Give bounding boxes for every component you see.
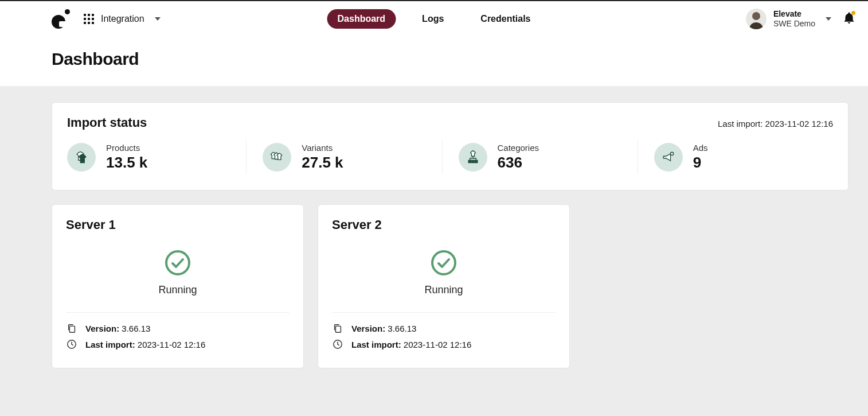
app-name: Integration [101,14,144,24]
server-1-last-import-row: Last import: 2023-11-02 12:16 [66,339,290,349]
svg-rect-7 [69,326,75,332]
import-status-card: Import status Last import: 2023-11-02 12… [52,102,849,190]
svg-rect-2 [471,160,474,162]
server-card-2: Server 2 Running Version: 3.66.13 Last i… [318,204,570,368]
server-2-version-row: Version: 3.66.13 [332,323,556,333]
svg-rect-3 [475,160,477,162]
server-2-title: Server 2 [332,217,556,232]
apps-grid-icon [84,14,94,24]
top-nav: Dashboard Logs Credentials [327,9,541,29]
servers-row: Server 1 Running Version: 3.66.13 Last i… [52,204,849,368]
products-icon [67,143,96,172]
divider [66,312,290,313]
server-card-1: Server 1 Running Version: 3.66.13 Last i… [52,204,304,368]
server-2-version-label: Version: [351,324,385,333]
page-header: Dashboard [0,37,868,86]
copy-icon [332,323,343,333]
user-menu[interactable]: Elevate SWE Demo [746,9,831,29]
clock-icon [66,339,77,349]
brand-logo[interactable] [52,9,71,29]
stat-variants: Variants 27.5 k [246,141,441,174]
last-import-value: 2023-11-02 12:16 [765,119,833,129]
nav-credentials[interactable]: Credentials [470,9,541,29]
stat-ads-value: 9 [693,154,708,172]
ads-icon: ! [654,143,683,172]
divider [332,312,556,313]
nav-logs[interactable]: Logs [412,9,454,29]
stat-products-value: 13.5 k [106,154,147,172]
content-area: Import status Last import: 2023-11-02 12… [0,86,868,416]
server-1-version-row: Version: 3.66.13 [66,323,290,333]
stat-variants-label: Variants [302,143,343,153]
user-line2: SWE Demo [773,19,815,29]
top-bar-left: Integration [52,9,161,29]
server-2-last-import-value: 2023-11-02 12:16 [404,340,471,349]
stat-categories: Categories 636 [442,141,638,174]
server-1-version-label: Version: [85,324,119,333]
server-1-status: Running [66,250,290,296]
variants-icon [263,143,291,172]
app-switcher[interactable]: Integration [84,14,161,24]
top-bar-right: Elevate SWE Demo [746,9,854,29]
chevron-down-icon [155,17,161,21]
stat-ads-label: Ads [693,143,708,153]
svg-point-6 [166,251,189,274]
stat-ads: ! Ads 9 [638,141,833,174]
chevron-down-icon [826,17,831,21]
svg-rect-10 [335,326,341,332]
last-import-label: Last import: [718,119,763,129]
server-2-version-value: 3.66.13 [388,324,416,333]
stat-products: Products 13.5 k [67,141,246,174]
clock-icon [332,339,343,349]
svg-rect-1 [468,160,471,162]
notifications-button[interactable] [844,12,854,26]
user-line1: Elevate [773,9,815,19]
server-1-title: Server 1 [66,217,290,232]
import-status-last-import: Last import: 2023-11-02 12:16 [718,119,833,129]
stat-categories-value: 636 [498,154,539,172]
import-stats: Products 13.5 k Variants 27.5 k Cate [67,141,833,174]
categories-icon [459,143,487,172]
avatar [746,9,767,29]
server-2-status: Running [332,250,556,296]
server-1-last-import-label: Last import: [85,340,135,349]
nav-dashboard[interactable]: Dashboard [327,9,396,29]
server-1-status-label: Running [158,284,197,296]
top-bar: Integration Dashboard Logs Credentials E… [0,0,868,37]
svg-text:!: ! [671,153,672,155]
server-2-status-label: Running [424,284,463,296]
check-circle-icon [165,250,191,276]
stat-categories-label: Categories [498,143,539,153]
stat-products-label: Products [106,143,147,153]
stat-variants-value: 27.5 k [302,154,343,172]
notification-dot-icon [851,11,855,15]
user-text: Elevate SWE Demo [773,9,815,29]
page-title: Dashboard [52,49,868,69]
server-2-last-import-row: Last import: 2023-11-02 12:16 [332,339,556,349]
server-2-last-import-label: Last import: [351,340,401,349]
svg-point-9 [432,251,455,274]
check-circle-icon [431,250,457,276]
svg-point-0 [752,12,760,20]
server-1-last-import-value: 2023-11-02 12:16 [138,340,205,349]
import-status-title: Import status [67,115,147,130]
server-1-version-value: 3.66.13 [122,324,150,333]
copy-icon [66,323,77,333]
